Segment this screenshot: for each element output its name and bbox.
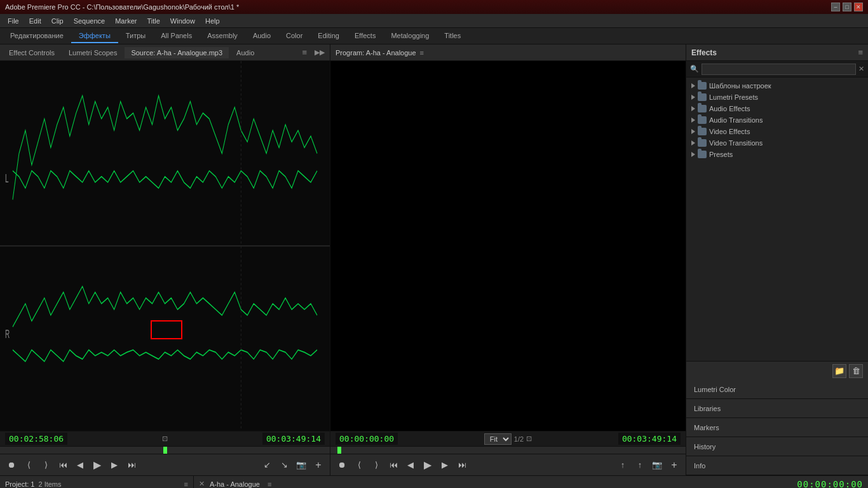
program-zoom-icon[interactable]: ⊡ <box>526 435 532 443</box>
program-timecode-left[interactable]: 00:00:00:00 <box>336 433 398 445</box>
prog-mark-in-button[interactable]: ⏺ <box>334 458 349 473</box>
ws-tab-assembly[interactable]: Assembly <box>200 29 245 43</box>
tree-item-presets[interactable]: Шаблоны настроек <box>686 80 868 92</box>
play-button[interactable]: ▶ <box>90 458 105 473</box>
step-back-button[interactable]: ◀ <box>72 458 88 473</box>
timeline-menu-icon[interactable]: ≡ <box>268 480 271 488</box>
export-frame-button[interactable]: 📷 <box>294 458 309 473</box>
source-scrub-bar[interactable] <box>0 446 330 454</box>
tree-item-video-effects[interactable]: Video Effects <box>686 126 868 137</box>
add-marker-button[interactable]: ⟩ <box>38 458 53 473</box>
source-timecode-right[interactable]: 00:03:49:14 <box>262 433 325 445</box>
maximize-button[interactable]: □ <box>843 3 851 11</box>
menu-window[interactable]: Window <box>165 16 200 26</box>
effects-footer: 📁 🗑 <box>686 361 868 380</box>
source-panel-expand[interactable]: ▶▶ <box>312 48 327 57</box>
tab-audio[interactable]: Audio <box>230 47 261 58</box>
effects-title: Effects <box>691 48 717 57</box>
program-scrub-bar[interactable] <box>330 446 686 454</box>
program-panel-menu[interactable]: ≡ <box>420 49 424 57</box>
timeline-close-icon[interactable]: ✕ <box>199 480 205 488</box>
libraries-panel[interactable]: Libraries <box>686 399 868 418</box>
tree-item-label: Шаблоны настроек <box>709 82 771 90</box>
tree-item-label: Video Effects <box>709 128 750 135</box>
new-folder-button[interactable]: 📁 <box>832 364 846 378</box>
ws-tab-editing[interactable]: Редактирование <box>3 29 71 43</box>
overwrite-button[interactable]: ↘ <box>276 458 292 473</box>
prog-mark-out-button[interactable]: ⟨ <box>351 458 367 473</box>
ws-tab-effects[interactable]: Effects <box>347 29 383 43</box>
menu-marker[interactable]: Marker <box>110 16 142 26</box>
expand-icon <box>691 152 695 157</box>
source-panel-tabs: Effect Controls Lumetri Scopes Source: A… <box>0 44 330 61</box>
fit-dropdown[interactable]: Fit <box>484 433 512 445</box>
expand-icon <box>691 95 695 100</box>
mark-in-button[interactable]: ⏺ <box>4 458 19 473</box>
info-panel[interactable]: Info <box>686 456 868 475</box>
prog-add-button[interactable]: + <box>667 458 682 473</box>
source-timecode-left[interactable]: 00:02:58:06 <box>5 433 67 445</box>
ws-tab-editing2[interactable]: Editing <box>310 29 347 43</box>
lumetri-color-panel[interactable]: Lumetri Color <box>686 380 868 399</box>
delete-effect-button[interactable]: 🗑 <box>849 364 863 378</box>
menu-edit[interactable]: Edit <box>24 16 46 26</box>
tab-lumetri-scopes[interactable]: Lumetri Scopes <box>62 47 123 58</box>
prog-step-back-button[interactable]: ◀ <box>403 458 418 473</box>
ws-tab-audio[interactable]: Audio <box>245 29 278 43</box>
menu-clip[interactable]: Clip <box>46 16 69 26</box>
app-title: Adobe Premiere Pro CC - C:\Пользователи\… <box>5 3 239 11</box>
prog-step-forward-button[interactable]: ▶ <box>437 458 452 473</box>
prog-export-frame-button[interactable]: 📷 <box>649 458 665 473</box>
mark-out-button[interactable]: ⟨ <box>21 458 36 473</box>
tree-item-video-transitions[interactable]: Video Transitions <box>686 137 868 149</box>
tree-item-audio-effects[interactable]: Audio Effects <box>686 103 868 114</box>
effects-search-input[interactable] <box>702 64 856 75</box>
clear-search-icon[interactable]: ✕ <box>858 65 864 73</box>
markers-panel[interactable]: Markers <box>686 418 868 437</box>
ws-tab-color[interactable]: Color <box>278 29 310 43</box>
history-panel[interactable]: History <box>686 437 868 456</box>
source-panel-menu[interactable]: ≡ <box>298 48 311 57</box>
prog-lift-button[interactable]: ↑ <box>615 458 630 473</box>
timeline-timecode[interactable]: 00:00:00:00 <box>797 479 863 489</box>
prog-go-prev-button[interactable]: ⏮ <box>386 458 401 473</box>
tree-item-user-presets[interactable]: Presets <box>686 149 868 160</box>
close-button[interactable]: ✕ <box>854 3 863 11</box>
tree-item-audio-transitions[interactable]: Audio Transitions <box>686 114 868 126</box>
ws-tab-titles2[interactable]: Titles <box>437 29 468 43</box>
menu-help[interactable]: Help <box>200 16 225 26</box>
prog-play-button[interactable]: ▶ <box>420 458 435 473</box>
effects-search-bar: 🔍 ✕ <box>686 61 868 78</box>
source-monitor-panel: Effect Controls Lumetri Scopes Source: A… <box>0 44 330 475</box>
menu-bar: File Edit Clip Sequence Marker Title Win… <box>0 14 868 28</box>
insert-button[interactable]: ↙ <box>259 458 275 473</box>
menu-file[interactable]: File <box>3 16 24 26</box>
project-menu-icon[interactable]: ≡ <box>184 480 188 488</box>
markers-label: Markers <box>694 424 719 431</box>
ws-tab-metalogging[interactable]: Metalogging <box>383 29 437 43</box>
tree-item-lumetri[interactable]: Lumetri Presets <box>686 92 868 103</box>
step-forward-button[interactable]: ▶ <box>107 458 122 473</box>
ws-tab-effects-ru[interactable]: Эффекты <box>71 29 118 43</box>
program-timecode-right[interactable]: 00:03:49:14 <box>618 433 681 445</box>
project-panel: Project: 1 2 Items ≡ 📁 1.prproj <box>0 476 194 488</box>
go-prev-button[interactable]: ⏮ <box>55 458 71 473</box>
zoom-fit-icon[interactable]: ⊡ <box>162 435 168 443</box>
menu-title[interactable]: Title <box>142 16 165 26</box>
go-next-button[interactable]: ⏭ <box>124 458 139 473</box>
program-timecode-row: 00:00:00:00 Fit 1/2 ⊡ 00:03:49:14 <box>330 431 686 446</box>
prog-add-marker-button[interactable]: ⟩ <box>369 458 384 473</box>
tab-source[interactable]: Source: A-ha - Analogue.mp3 <box>125 47 229 58</box>
ws-tab-all-panels[interactable]: All Panels <box>153 29 200 43</box>
menu-sequence[interactable]: Sequence <box>69 16 111 26</box>
effects-menu-icon[interactable]: ≡ <box>858 48 863 57</box>
tab-effect-controls[interactable]: Effect Controls <box>3 47 61 58</box>
prog-extract-button[interactable]: ↑ <box>632 458 648 473</box>
timeline-tab-name[interactable]: A-ha - Analogue <box>210 480 260 488</box>
ws-tab-titles[interactable]: Титры <box>118 29 153 43</box>
prog-go-next-button[interactable]: ⏭ <box>454 458 470 473</box>
folder-icon <box>698 93 707 101</box>
minimize-button[interactable]: – <box>831 3 840 11</box>
program-title-bar: Program: A-ha - Analogue ≡ <box>330 44 686 61</box>
add-button[interactable]: + <box>311 458 326 473</box>
